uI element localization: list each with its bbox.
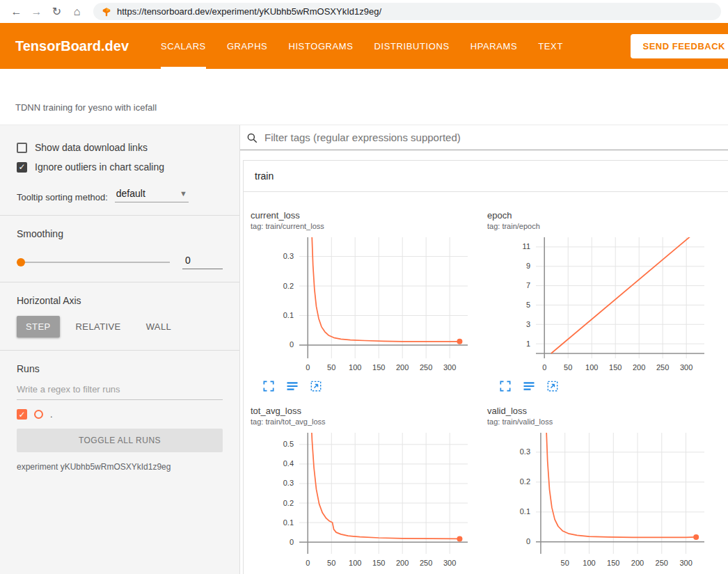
svg-text:0.1: 0.1 xyxy=(520,507,530,516)
svg-text:0.4: 0.4 xyxy=(283,459,294,468)
line-chart[interactable]: 5010015020025030000.10.20.3 xyxy=(487,429,717,574)
tooltip-sorting-label: Tooltip sorting method: xyxy=(17,192,108,202)
svg-text:200: 200 xyxy=(631,559,644,567)
svg-text:0: 0 xyxy=(526,537,530,545)
tab-hparams[interactable]: HPARAMS xyxy=(470,23,518,69)
menu-lines-icon[interactable] xyxy=(522,379,536,393)
svg-text:150: 150 xyxy=(372,363,385,372)
reload-icon[interactable]: ↻ xyxy=(47,2,66,21)
forward-icon[interactable]: → xyxy=(27,2,46,21)
scalar-chart-card: current_loss tag: train/current_loss 050… xyxy=(251,210,480,393)
expand-chart-icon[interactable] xyxy=(262,379,276,393)
tab-graphs[interactable]: GRAPHS xyxy=(227,23,268,69)
smoothing-slider-thumb[interactable] xyxy=(17,258,25,266)
tooltip-sorting-dropdown[interactable]: default ▼ xyxy=(115,186,189,202)
show-download-links-checkbox[interactable] xyxy=(17,143,27,153)
search-icon xyxy=(246,131,258,144)
tooltip-sorting-value: default xyxy=(116,188,145,199)
svg-text:3: 3 xyxy=(526,320,530,328)
ignore-outliers-label: Ignore outliers in chart scaling xyxy=(35,161,164,173)
smoothing-slider[interactable] xyxy=(17,262,170,263)
chevron-down-icon: ▼ xyxy=(180,189,187,198)
svg-text:0.2: 0.2 xyxy=(283,499,294,507)
experiment-id-note: experiment yKUbhb5wRmOSXYkId1z9eg xyxy=(17,462,223,472)
check-icon: ✓ xyxy=(18,162,25,172)
axis-step-button[interactable]: STEP xyxy=(17,316,60,337)
svg-text:1: 1 xyxy=(526,340,530,348)
app-header: TensorBoard.dev SCALARS GRAPHS HISTOGRAM… xyxy=(0,23,728,69)
chart-tag: tag: train/epoch xyxy=(487,222,717,230)
svg-text:0.5: 0.5 xyxy=(283,440,294,448)
svg-text:0.1: 0.1 xyxy=(283,518,294,527)
address-bar[interactable]: https://tensorboard.dev/experiment/yKUbh… xyxy=(93,3,721,20)
expand-chart-icon[interactable] xyxy=(498,379,512,393)
tag-group-header[interactable]: train xyxy=(244,161,728,192)
run-list-item[interactable]: ✓ . xyxy=(17,409,223,420)
svg-text:250: 250 xyxy=(656,363,669,372)
svg-text:250: 250 xyxy=(420,559,432,567)
home-icon[interactable]: ⌂ xyxy=(68,2,86,21)
chart-title: tot_avg_loss xyxy=(251,406,480,416)
smoothing-label: Smoothing xyxy=(17,228,223,239)
chart-title: valid_loss xyxy=(487,406,717,416)
tab-distributions[interactable]: DISTRIBUTIONS xyxy=(374,23,450,69)
fit-domain-icon[interactable] xyxy=(546,379,560,393)
experiment-title: TDNN training for yesno with icefall xyxy=(15,102,157,113)
chart-title: current_loss xyxy=(251,210,480,221)
svg-text:0.2: 0.2 xyxy=(283,282,294,290)
line-chart[interactable]: 0501001502002503001357911 xyxy=(487,233,717,379)
svg-text:0.3: 0.3 xyxy=(283,479,294,487)
scalar-chart-card: epoch tag: train/epoch 05010015020025030… xyxy=(487,210,717,393)
url-text: https://tensorboard.dev/experiment/yKUbh… xyxy=(117,6,381,17)
tab-text[interactable]: TEXT xyxy=(538,23,563,69)
line-chart[interactable]: 05010015020025030000.10.20.30.40.5 xyxy=(251,429,480,574)
svg-text:50: 50 xyxy=(327,363,335,372)
tag-filter-row xyxy=(240,125,728,150)
svg-text:300: 300 xyxy=(443,363,456,372)
svg-text:11: 11 xyxy=(523,242,530,250)
tab-histograms[interactable]: HISTOGRAMS xyxy=(288,23,353,69)
svg-text:150: 150 xyxy=(609,363,622,372)
svg-text:250: 250 xyxy=(656,559,668,567)
smoothing-value-field[interactable]: 0 xyxy=(182,255,223,269)
tab-scalars[interactable]: SCALARS xyxy=(161,23,206,69)
tensorboard-favicon xyxy=(102,7,111,17)
svg-text:0.1: 0.1 xyxy=(283,311,294,319)
svg-text:0: 0 xyxy=(306,559,310,567)
svg-text:7: 7 xyxy=(526,281,530,289)
line-chart[interactable]: 05010015020025030000.10.20.3 xyxy=(251,233,480,379)
svg-text:200: 200 xyxy=(633,363,645,372)
svg-text:0: 0 xyxy=(542,363,546,372)
show-download-links-row[interactable]: Show data download links xyxy=(17,142,223,153)
header-nav: SCALARS GRAPHS HISTOGRAMS DISTRIBUTIONS … xyxy=(161,23,563,69)
back-icon[interactable]: ← xyxy=(7,2,26,21)
scalars-main-panel: train current_loss tag: train/current_lo… xyxy=(240,125,728,574)
chart-tag: tag: train/tot_avg_loss xyxy=(251,417,480,426)
runs-filter-input[interactable] xyxy=(17,378,223,400)
ignore-outliers-row[interactable]: ✓ Ignore outliers in chart scaling xyxy=(17,161,223,173)
svg-text:0.3: 0.3 xyxy=(520,447,530,456)
run-checkbox[interactable]: ✓ xyxy=(17,409,27,420)
fit-domain-icon[interactable] xyxy=(309,379,323,393)
svg-text:150: 150 xyxy=(607,559,619,567)
svg-text:250: 250 xyxy=(420,363,432,372)
axis-wall-button[interactable]: WALL xyxy=(137,316,181,337)
svg-text:0: 0 xyxy=(306,363,310,372)
svg-text:0: 0 xyxy=(290,340,294,349)
run-name: . xyxy=(50,409,53,420)
ignore-outliers-checkbox[interactable]: ✓ xyxy=(17,162,27,173)
send-feedback-button[interactable]: SEND FEEDBACK xyxy=(631,34,728,58)
show-download-links-label: Show data download links xyxy=(35,142,148,153)
tag-filter-input[interactable] xyxy=(264,131,722,143)
toggle-all-runs-button[interactable]: TOGGLE ALL RUNS xyxy=(17,429,223,452)
chart-tag: tag: train/valid_loss xyxy=(487,417,717,426)
sidebar-divider xyxy=(0,282,239,282)
svg-text:100: 100 xyxy=(585,363,598,372)
svg-text:200: 200 xyxy=(396,559,409,567)
run-color-swatch xyxy=(34,410,43,419)
horizontal-axis-label: Horizontal Axis xyxy=(17,295,223,306)
menu-lines-icon[interactable] xyxy=(285,379,299,393)
svg-text:150: 150 xyxy=(372,559,385,567)
sidebar-divider xyxy=(0,350,239,351)
axis-relative-button[interactable]: RELATIVE xyxy=(67,316,130,337)
